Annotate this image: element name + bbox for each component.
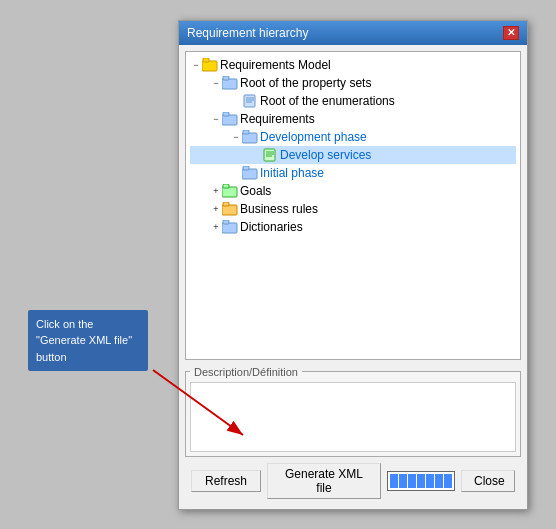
folder-blue-icon bbox=[222, 76, 238, 90]
tree-node-req-model[interactable]: − Requirements Model bbox=[190, 56, 516, 74]
annotation-text: Click on the "Generate XML file" button bbox=[36, 318, 132, 363]
tree-node-root-prop[interactable]: − Root of the property sets bbox=[190, 74, 516, 92]
svg-rect-3 bbox=[203, 58, 209, 62]
tree-node-dev-phase[interactable]: − Development phase bbox=[190, 128, 516, 146]
expand-icon-dev-phase[interactable]: − bbox=[230, 131, 242, 143]
svg-rect-21 bbox=[223, 184, 229, 188]
expand-icon-dictionaries[interactable]: + bbox=[210, 221, 222, 233]
expand-icon-dev-services[interactable]: · bbox=[250, 149, 262, 161]
svg-rect-11 bbox=[223, 112, 229, 116]
node-label-requirements: Requirements bbox=[240, 112, 315, 126]
tree-area[interactable]: − Requirements Model − bbox=[185, 51, 521, 360]
progress-seg-1 bbox=[390, 474, 398, 488]
refresh-button[interactable]: Refresh bbox=[191, 470, 261, 492]
svg-rect-14 bbox=[264, 149, 275, 161]
tree-node-dev-services[interactable]: · Develop services bbox=[190, 146, 516, 164]
generate-xml-button[interactable]: Generate XML file bbox=[267, 463, 381, 499]
expand-icon-root-enum[interactable]: · bbox=[230, 95, 242, 107]
expand-icon-init-phase[interactable]: · bbox=[230, 167, 242, 179]
title-bar: Requirement hierarchy ✕ bbox=[179, 21, 527, 45]
description-content[interactable] bbox=[190, 382, 516, 452]
node-label-dictionaries: Dictionaries bbox=[240, 220, 303, 234]
expand-icon-business-rules[interactable]: + bbox=[210, 203, 222, 215]
folder-icon bbox=[202, 58, 218, 72]
tree-node-init-phase[interactable]: · Initial phase bbox=[190, 164, 516, 182]
folder-dict-icon bbox=[222, 220, 238, 234]
progress-seg-2 bbox=[399, 474, 407, 488]
progress-seg-4 bbox=[417, 474, 425, 488]
node-label-dev-services: Develop services bbox=[280, 148, 371, 162]
folder-green-icon bbox=[222, 184, 238, 198]
expand-icon-req-model[interactable]: − bbox=[190, 59, 202, 71]
annotation-box: Click on the "Generate XML file" button bbox=[28, 310, 148, 372]
content-area: − Requirements Model − bbox=[179, 45, 527, 509]
tree-node-requirements[interactable]: − Requirements bbox=[190, 110, 516, 128]
svg-rect-25 bbox=[223, 220, 229, 224]
node-label-goals: Goals bbox=[240, 184, 271, 198]
svg-rect-23 bbox=[223, 202, 229, 206]
close-button[interactable]: Close bbox=[461, 470, 515, 492]
expand-icon-root-prop[interactable]: − bbox=[210, 77, 222, 89]
progress-seg-7 bbox=[444, 474, 452, 488]
folder-blue2-icon bbox=[222, 112, 238, 126]
node-label-root-enum: Root of the enumerations bbox=[260, 94, 395, 108]
progress-bar bbox=[387, 471, 455, 491]
svg-rect-19 bbox=[243, 166, 249, 170]
node-label-req-model: Requirements Model bbox=[220, 58, 331, 72]
progress-seg-3 bbox=[408, 474, 416, 488]
tree-node-dictionaries[interactable]: + Dictionaries bbox=[190, 218, 516, 236]
progress-seg-6 bbox=[435, 474, 443, 488]
svg-rect-13 bbox=[243, 130, 249, 134]
dialog: Requirement hierarchy ✕ − Requirements M… bbox=[178, 20, 528, 510]
description-section: Description/Définition bbox=[185, 366, 521, 457]
progress-seg-5 bbox=[426, 474, 434, 488]
node-label-business-rules: Business rules bbox=[240, 202, 318, 216]
expand-icon-requirements[interactable]: − bbox=[210, 113, 222, 125]
doc-icon bbox=[242, 94, 258, 108]
tree-node-business-rules[interactable]: + Business rules bbox=[190, 200, 516, 218]
svg-rect-6 bbox=[244, 95, 255, 107]
folder-blue4-icon bbox=[242, 166, 258, 180]
doc-green-icon bbox=[262, 148, 278, 162]
node-label-root-prop: Root of the property sets bbox=[240, 76, 371, 90]
folder-orange-icon bbox=[222, 202, 238, 216]
tree-node-root-enum[interactable]: · Root of the enumerations bbox=[190, 92, 516, 110]
folder-blue3-icon bbox=[242, 130, 258, 144]
tree-node-goals[interactable]: + Goals bbox=[190, 182, 516, 200]
description-legend: Description/Définition bbox=[190, 366, 302, 378]
expand-icon-goals[interactable]: + bbox=[210, 185, 222, 197]
node-label-init-phase: Initial phase bbox=[260, 166, 324, 180]
svg-rect-5 bbox=[223, 76, 229, 80]
button-row: Refresh Generate XML file Close bbox=[185, 457, 521, 503]
dialog-title: Requirement hierarchy bbox=[187, 26, 308, 40]
close-icon[interactable]: ✕ bbox=[503, 26, 519, 40]
node-label-dev-phase: Development phase bbox=[260, 130, 367, 144]
